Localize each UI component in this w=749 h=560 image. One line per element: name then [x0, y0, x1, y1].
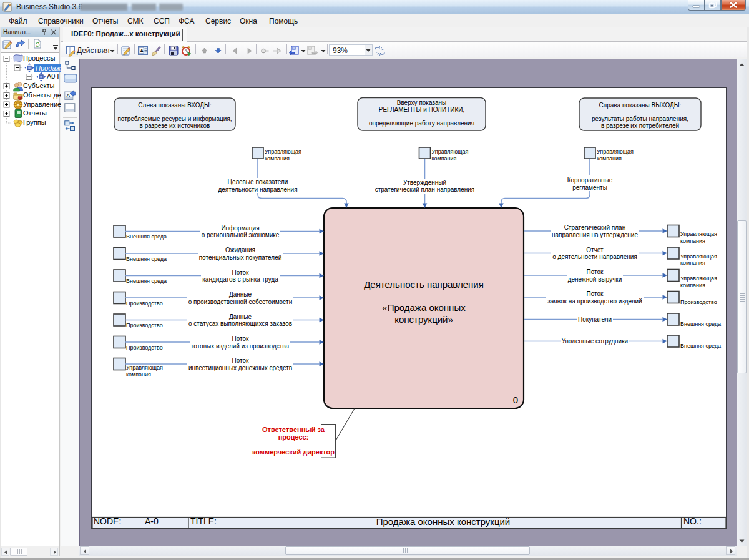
- svg-text:A: A: [140, 48, 144, 54]
